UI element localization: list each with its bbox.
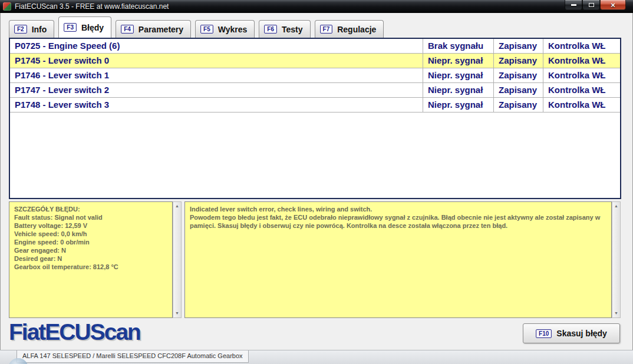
detail-line: Engine speed: 0 obr/min [14, 238, 167, 246]
close-button[interactable]: × [600, 0, 626, 10]
scroll-up-icon[interactable]: ▲ [612, 202, 620, 210]
error-code: P1747 - Lever switch 2 [10, 83, 423, 97]
minimize-icon [571, 4, 576, 6]
fault-description-panel: Indicated lever switch error, check line… [184, 201, 612, 318]
error-code: P0725 - Engine Speed (6) [10, 39, 423, 53]
clear-errors-button[interactable]: F10 Skasuj błędy [523, 323, 620, 343]
close-icon: × [611, 1, 615, 9]
window-controls: × [565, 0, 626, 10]
fkey-badge-f4: F4 [121, 25, 134, 34]
app-icon [3, 2, 11, 11]
error-stored: Zapisany [494, 98, 543, 112]
tab-testy[interactable]: F6 Testy [259, 20, 310, 38]
fkey-badge-f6: F6 [264, 25, 277, 34]
tab-regulacje[interactable]: F7 Regulacje [315, 20, 384, 38]
error-status: Niepr. sygnał [423, 68, 494, 82]
maximize-button[interactable] [582, 0, 600, 10]
status-bar: ALFA 147 SELESPEED / Marelli SELESPEED C… [0, 350, 633, 364]
tab-label: Wykres [218, 25, 248, 34]
detail-line: Gear engaged: N [14, 246, 167, 254]
error-stored: Zapisany [494, 83, 543, 97]
tab-wykres[interactable]: F5 Wykres [195, 20, 255, 38]
error-code: P1745 - Lever switch 0 [10, 54, 423, 68]
error-status: Niepr. sygnał [423, 83, 494, 97]
table-row-p1748[interactable]: P1748 - Lever switch 3 Niepr. sygnał Zap… [10, 98, 620, 112]
table-row-p1745[interactable]: P1745 - Lever switch 0 Niepr. sygnał Zap… [10, 54, 620, 68]
table-row-p1747[interactable]: P1747 - Lever switch 2 Niepr. sygnał Zap… [10, 83, 620, 98]
description-line-en: Indicated lever switch error, check line… [190, 205, 606, 213]
tab-label: Info [32, 25, 47, 34]
error-lamp: Kontrolka WŁ [543, 83, 620, 97]
scroll-up-icon[interactable]: ▲ [173, 202, 181, 210]
tab-label: Regulacje [337, 25, 376, 34]
detail-line: Desired gear: N [14, 254, 167, 263]
fiatecuscan-logo: FiatECUScan [9, 320, 140, 345]
fkey-badge-f2: F2 [14, 25, 27, 34]
error-table: P0725 - Engine Speed (6) Brak sygnału Za… [9, 38, 621, 199]
error-stored: Zapisany [494, 39, 543, 53]
detail-line: Gearbox oil temperature: 812,8 °C [14, 263, 167, 271]
fkey-badge-f10: F10 [536, 329, 552, 338]
error-lamp: Kontrolka WŁ [543, 68, 620, 82]
table-row-p1746[interactable]: P1746 - Lever switch 1 Niepr. sygnał Zap… [10, 68, 620, 83]
error-code: P1748 - Lever switch 3 [10, 98, 423, 112]
title-bar: FiatECUScan 3.5 - FREE at www.fiatecusca… [0, 0, 633, 13]
window-title: FiatECUScan 3.5 - FREE at www.fiatecusca… [15, 2, 169, 11]
minimize-button[interactable] [565, 0, 582, 10]
fkey-badge-f5: F5 [200, 25, 213, 34]
detail-line: Fault status: Signal not valid [14, 213, 167, 221]
description-scrollbar[interactable]: ▲ ▼ [612, 201, 621, 318]
tab-bar: F2 Info F3 Błędy F4 Parametery F5 Wykres… [9, 16, 384, 38]
error-code: P1746 - Lever switch 1 [10, 68, 423, 82]
tab-label: Parametery [139, 25, 183, 34]
table-row-p0725[interactable]: P0725 - Engine Speed (6) Brak sygnału Za… [10, 39, 620, 54]
error-lamp: Kontrolka WŁ [543, 39, 620, 53]
scroll-down-icon[interactable]: ▼ [612, 309, 620, 317]
details-scrollbar[interactable]: ▲ ▼ [173, 201, 182, 318]
scroll-down-icon[interactable]: ▼ [173, 309, 181, 317]
error-stored: Zapisany [494, 54, 543, 68]
error-status: Niepr. sygnał [423, 98, 494, 112]
description-line-pl: Powodem tego błedu jest fakt, że ECU ode… [190, 213, 606, 230]
error-lamp: Kontrolka WŁ [543, 54, 620, 68]
detail-line: Battery voltage: 12,59 V [14, 221, 167, 230]
clear-errors-label: Skasuj błędy [556, 329, 607, 338]
tab-label: Testy [282, 25, 303, 34]
fkey-badge-f3: F3 [64, 23, 77, 32]
error-stored: Zapisany [494, 68, 543, 82]
app-content: F2 Info F3 Błędy F4 Parametery F5 Wykres… [0, 13, 633, 350]
fault-details-panel: SZCZEGÓŁY BŁĘDU: Fault status: Signal no… [9, 201, 173, 318]
maximize-icon [589, 3, 594, 7]
error-lamp: Kontrolka WŁ [543, 98, 620, 112]
tab-parametery[interactable]: F4 Parametery [116, 20, 191, 38]
detail-line: Vehicle speed: 0,0 km/h [14, 230, 167, 238]
error-status: Brak sygnału [423, 39, 494, 53]
error-status: Niepr. sygnał [423, 54, 494, 68]
fkey-badge-f7: F7 [320, 25, 333, 34]
detail-line: SZCZEGÓŁY BŁĘDU: [14, 205, 167, 213]
tab-bledy[interactable]: F3 Błędy [58, 16, 111, 38]
tab-label: Błędy [81, 23, 104, 32]
tab-info[interactable]: F2 Info [9, 20, 54, 38]
vehicle-status: ALFA 147 SELESPEED / Marelli SELESPEED C… [17, 350, 249, 363]
screen: FiatECUScan 3.5 - FREE at www.fiatecusca… [0, 0, 633, 364]
